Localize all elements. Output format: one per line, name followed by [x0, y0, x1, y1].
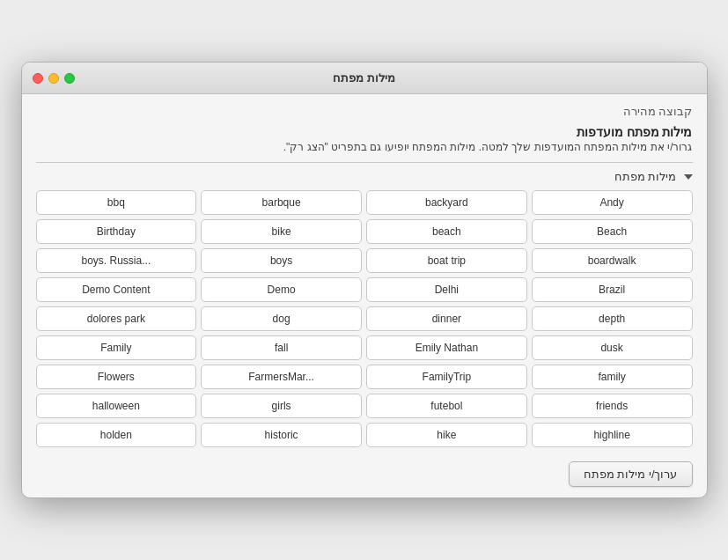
keyword-button[interactable]: girls [201, 394, 362, 418]
triangle-icon [684, 174, 693, 180]
main-window: מילות מפתח קבוצה מהירה מילות מפתח מועדפו… [21, 62, 708, 498]
keyword-button[interactable]: highline [532, 423, 693, 447]
keyword-button[interactable]: Brazil [532, 277, 693, 302]
keyword-button[interactable]: hike [366, 423, 527, 447]
keywords-header: מילות מפתח [36, 170, 693, 183]
keyword-button[interactable]: dinner [366, 306, 527, 331]
keyword-button[interactable]: boys [201, 248, 362, 273]
keyword-button[interactable]: beach [366, 219, 527, 244]
edit-keywords-button[interactable]: ערוך/י מילות מפתח [569, 461, 693, 487]
keyword-button[interactable]: friends [532, 394, 693, 418]
keyword-button[interactable]: backyard [366, 190, 527, 215]
keyword-button[interactable]: Demo Content [36, 277, 197, 302]
maximize-button[interactable] [64, 73, 75, 84]
section-title: מילות מפתח מועדפות [36, 125, 693, 139]
keyword-button[interactable]: Family [36, 335, 197, 360]
keyword-button[interactable]: depth [532, 306, 693, 331]
keyword-button[interactable]: bike [201, 219, 362, 244]
keyword-button[interactable]: dusk [532, 335, 693, 360]
divider [36, 162, 693, 163]
keyword-button[interactable]: family [532, 365, 693, 389]
close-button[interactable] [33, 73, 43, 84]
minimize-button[interactable] [48, 73, 59, 84]
keyword-button[interactable]: Flowers [36, 365, 197, 389]
keyword-button[interactable]: FamilyTrip [366, 365, 527, 389]
quick-group-label: קבוצה מהירה [36, 105, 693, 118]
keyword-button[interactable]: dog [201, 306, 362, 331]
keyword-button[interactable]: boardwalk [532, 248, 693, 273]
keyword-button[interactable]: fall [201, 335, 362, 360]
keyword-button[interactable]: boys. Russia... [36, 248, 197, 273]
keyword-button[interactable]: Beach [532, 219, 693, 244]
window-title: מילות מפתח [333, 71, 395, 85]
keywords-section: מילות מפתח bbqbarbquebackyardAndyBirthda… [36, 170, 693, 447]
keyword-button[interactable]: Birthday [36, 219, 197, 244]
keyword-button[interactable]: Emily Nathan [366, 335, 527, 360]
keyword-button[interactable]: boat trip [366, 248, 527, 273]
traffic-lights [33, 73, 75, 84]
section-header: מילות מפתח מועדפות גרור/י את מילות המפתח… [36, 125, 693, 155]
keywords-header-label: מילות מפתח [614, 170, 677, 183]
keyword-button[interactable]: barbque [201, 190, 362, 215]
keyword-button[interactable]: Andy [532, 190, 693, 215]
keyword-button[interactable]: bbq [36, 190, 197, 215]
content-area: קבוצה מהירה מילות מפתח מועדפות גרור/י את… [22, 94, 707, 454]
keyword-button[interactable]: dolores park [36, 306, 197, 331]
keyword-button[interactable]: futebol [366, 394, 527, 418]
keyword-button[interactable]: halloween [36, 394, 197, 418]
keyword-button[interactable]: historic [201, 423, 362, 447]
section-description: גרור/י את מילות המפתח המועדפות שלך למטה.… [36, 139, 693, 155]
footer: ערוך/י מילות מפתח [22, 454, 707, 497]
keyword-button[interactable]: Delhi [366, 277, 527, 302]
keyword-button[interactable]: holden [36, 423, 197, 447]
keyword-button[interactable]: FarmersMar... [201, 365, 362, 389]
keywords-grid: bbqbarbquebackyardAndyBirthdaybikebeachB… [36, 190, 693, 447]
titlebar: מילות מפתח [22, 63, 707, 94]
keyword-button[interactable]: Demo [201, 277, 362, 302]
